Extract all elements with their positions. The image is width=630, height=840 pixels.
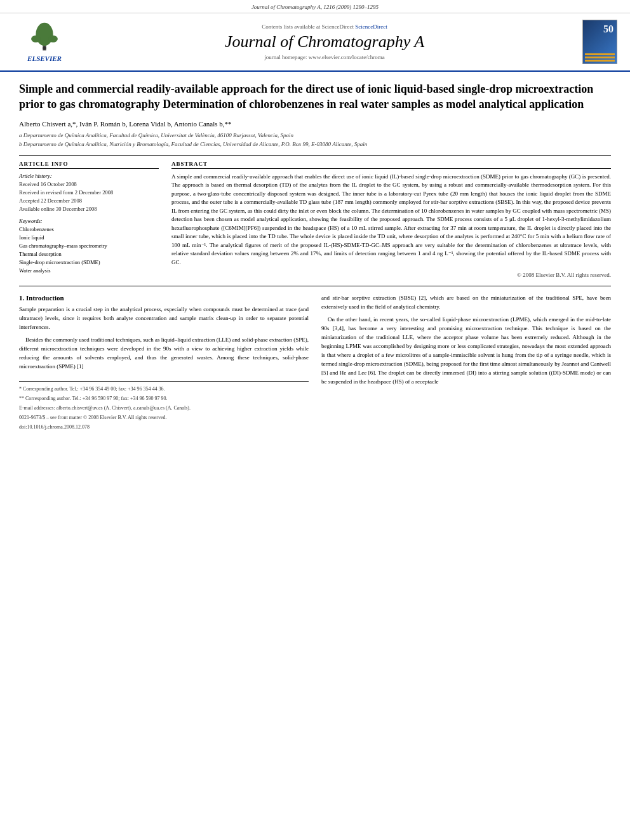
keyword-5: Single-drop microextraction (SDME) xyxy=(19,259,159,266)
article-info-column: ARTICLE INFO Article history: Received 1… xyxy=(19,161,159,279)
svg-point-4 xyxy=(48,36,58,43)
authors-text: Alberto Chisvert a,*, Iván P. Román b, L… xyxy=(19,120,232,128)
abstract-column: ABSTRACT A simple and commercial readily… xyxy=(171,161,611,279)
cover-line-3 xyxy=(585,60,615,62)
abstract-label: ABSTRACT xyxy=(171,161,611,169)
footnote-email: E-mail addresses: alberto.chisvert@uv.es… xyxy=(19,404,309,412)
keyword-2: Ionic liquid xyxy=(19,234,159,241)
footnote-2: ** Corresponding author. Tel.: +34 96 59… xyxy=(19,395,309,403)
history-title: Article history: xyxy=(19,173,159,179)
copyright-line: © 2008 Elsevier B.V. All rights reserved… xyxy=(171,272,611,278)
journal-homepage: journal homepage: www.elsevier.com/locat… xyxy=(76,54,573,60)
abstract-text: A simple and commercial readily-availabl… xyxy=(171,173,611,267)
svg-point-2 xyxy=(43,46,46,50)
contents-line: Contents lists available at ScienceDirec… xyxy=(76,23,573,30)
intro-para-2: Besides the commonly used traditional te… xyxy=(19,336,309,371)
elsevier-logo-container: ELSEVIER xyxy=(13,22,76,62)
affiliations: a Departamento de Química Analítica, Fac… xyxy=(19,131,611,149)
body-right-column: and stir-bar sorptive extraction (SBSE) … xyxy=(321,294,611,431)
doi-line: doi:10.1016/j.chroma.2008.12.078 xyxy=(19,423,309,431)
info-abstract-section: ARTICLE INFO Article history: Received 1… xyxy=(19,161,611,279)
article-history: Article history: Received 16 October 200… xyxy=(19,173,159,213)
keyword-3: Gas chromatography–mass spectrometry xyxy=(19,243,159,250)
cover-number: 50 xyxy=(603,23,613,35)
received-date: Received 16 October 2008 xyxy=(19,181,159,188)
intro-right-para-2: On the other hand, in recent years, the … xyxy=(321,316,611,387)
article-info-label: ARTICLE INFO xyxy=(19,161,159,169)
elsevier-tree-icon xyxy=(25,22,64,53)
journal-reference-text: Journal of Chromatography A, 1216 (2009)… xyxy=(251,4,379,10)
cover-line-2 xyxy=(585,57,615,58)
sciencedirect-link[interactable]: ScienceDirect xyxy=(355,23,387,30)
article-title: Simple and commercial readily-available … xyxy=(19,81,611,112)
header-divider xyxy=(19,155,611,156)
intro-para-1: Sample preparation is a crucial step in … xyxy=(19,305,309,332)
section-number: 1. xyxy=(19,294,24,302)
body-left-column: 1. Introduction Sample preparation is a … xyxy=(19,294,309,431)
intro-right-text: and stir-bar sorptive extraction (SBSE) … xyxy=(321,294,611,386)
keyword-4: Thermal desorption xyxy=(19,251,159,258)
cover-line-1 xyxy=(585,53,615,55)
svg-point-3 xyxy=(31,36,41,43)
footnote-issn: 0021-9673/$ – see front matter © 2008 El… xyxy=(19,414,309,422)
introduction-body: Sample preparation is a crucial step in … xyxy=(19,305,309,371)
affiliation-a: a Departamento de Química Analítica, Fac… xyxy=(19,131,611,140)
svg-point-1 xyxy=(36,23,53,46)
elsevier-text: ELSEVIER xyxy=(27,55,62,62)
body-section: 1. Introduction Sample preparation is a … xyxy=(19,294,611,431)
keyword-1: Chlorobenzenes xyxy=(19,226,159,233)
journal-header: ELSEVIER Contents lists available at Sci… xyxy=(0,13,630,72)
introduction-heading: 1. Introduction xyxy=(19,294,309,302)
keyword-6: Water analysis xyxy=(19,267,159,274)
intro-right-para-1: and stir-bar sorptive extraction (SBSE) … xyxy=(321,294,611,312)
body-divider xyxy=(19,286,611,286)
affiliation-b: b Departamento de Química Analítica, Nut… xyxy=(19,140,611,149)
section-title: Introduction xyxy=(26,294,64,302)
footnote-1: * Corresponding author. Tel.: +34 96 354… xyxy=(19,385,309,393)
available-online-date: Available online 30 December 2008 xyxy=(19,206,159,213)
keywords-title: Keywords: xyxy=(19,218,159,224)
page: Journal of Chromatography A, 1216 (2009)… xyxy=(0,0,630,840)
footnotes: * Corresponding author. Tel.: +34 96 354… xyxy=(19,381,309,431)
keywords-section: Keywords: Chlorobenzenes Ionic liquid Ga… xyxy=(19,218,159,274)
received-revised-date: Received in revised form 2 December 2008 xyxy=(19,189,159,196)
journal-reference-bar: Journal of Chromatography A, 1216 (2009)… xyxy=(0,0,630,13)
accepted-date: Accepted 22 December 2008 xyxy=(19,197,159,204)
article-content: Simple and commercial readily-available … xyxy=(0,72,630,444)
journal-cover: 50 xyxy=(573,20,617,64)
authors: Alberto Chisvert a,*, Iván P. Román b, L… xyxy=(19,120,611,128)
cover-lines xyxy=(585,53,615,62)
journal-center: Contents lists available at ScienceDirec… xyxy=(76,23,573,60)
journal-title: Journal of Chromatography A xyxy=(76,32,573,51)
cover-image: 50 xyxy=(582,20,617,64)
